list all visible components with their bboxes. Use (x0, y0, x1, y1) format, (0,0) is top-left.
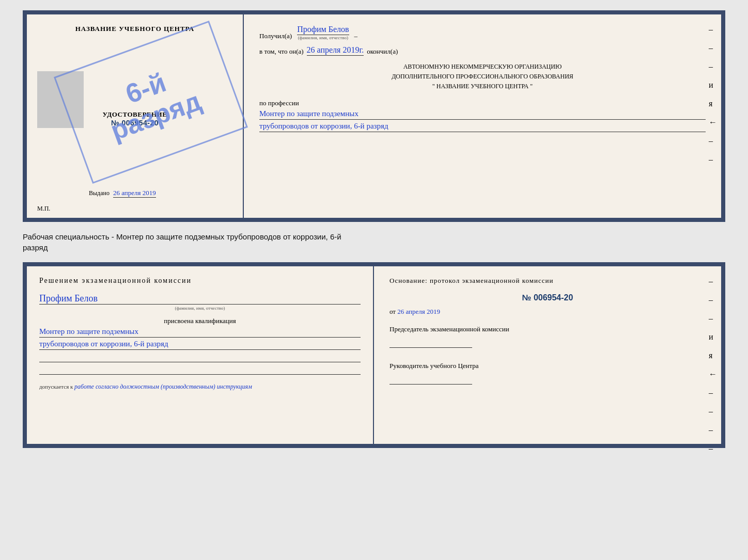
dopuskaetsya-block: допускается к работе согласно должностны… (39, 383, 361, 391)
org-block: АВТОНОМНУЮ НЕКОММЕРЧЕСКУЮ ОРГАНИЗАЦИЮ ДО… (259, 62, 706, 92)
cert-right-panel: Получил(а) Профим Белов (фамилия, имя, о… (244, 14, 721, 218)
dopuskaetsya-label: допускается к (39, 383, 73, 390)
cert-bottom-right-panel: Основание: протокол экзаменационной коми… (374, 266, 721, 444)
middle-text-line1: Рабочая специальность - Монтер по защите… (23, 231, 725, 242)
certificate-bottom: Решением экзаменационной комиссии Профим… (23, 262, 725, 448)
middle-text-line2: разряд (23, 242, 725, 253)
ya-mark: я (709, 99, 717, 108)
prisvoena-label: присвоена квалификация (39, 317, 361, 325)
cert-vydano-date: 26 апреля 2019 (113, 189, 156, 198)
arrow-b: ← (709, 370, 717, 379)
bottom-name-subtext: (фамилия, имя, отчество) (39, 306, 361, 311)
certificate-top: НАЗВАНИЕ УЧЕБНОГО ЦЕНТРА 6-й разряд УДОС… (23, 10, 725, 222)
org-line3: " НАЗВАНИЕ УЧЕБНОГО ЦЕНТРА " (264, 82, 700, 91)
sig-line-2 (39, 365, 361, 375)
right-side-marks-bottom: – – – и я ← – – – – (709, 277, 717, 453)
name-subtext: (фамилия, имя, отчество) (298, 35, 348, 40)
cert-bottom-left-panel: Решением экзаменационной комиссии Профим… (27, 266, 374, 444)
stamp-text: 6-й разряд (97, 58, 205, 146)
dopuskaetsya-text: работе согласно должностным (производств… (74, 383, 252, 390)
and-b: и (709, 332, 717, 342)
dash-b-2: – (709, 295, 717, 305)
cert-left-panel: НАЗВАНИЕ УЧЕБНОГО ЦЕНТРА 6-й разряд УДОС… (27, 14, 244, 218)
middle-text-block: Рабочая специальность - Монтер по защите… (23, 228, 725, 256)
dash-1: – (354, 32, 358, 40)
profession-line1: Монтер по защите подземных (259, 109, 706, 120)
dash-mark-2: – (709, 43, 717, 53)
dash-b-5: – (709, 407, 717, 416)
recipient-name: Профим Белов (297, 25, 349, 35)
rukovoditel-block: Руководитель учебного Центра (389, 361, 706, 387)
poluchil-row: Получил(а) Профим Белов (фамилия, имя, о… (259, 25, 706, 40)
qual-line1: Монтер по защите подземных (39, 327, 361, 338)
bottom-title: Решением экзаменационной комиссии (39, 277, 361, 285)
predsedatel-label: Председатель экзаменационной комиссии (389, 325, 509, 333)
vtom-date: 26 апреля 2019г. (307, 45, 364, 56)
rukovoditel-sig-line (389, 374, 472, 385)
date-handwritten: 26 апреля 2019 (397, 308, 440, 315)
diagonal-stamp: 6-й разряд (54, 21, 248, 184)
dash-mark-5: – (709, 155, 717, 164)
right-side-marks: – – – и я ← – – (709, 25, 717, 164)
cert-vydano: Выдано 26 апреля 2019 (89, 189, 158, 197)
rukovoditel-label: Руководитель учебного Центра (389, 362, 479, 370)
dash-b-4: – (709, 388, 717, 397)
okonchil-label: окончил(а) (367, 47, 398, 56)
and-mark: и (709, 81, 717, 90)
dash-b-7: – (709, 444, 717, 453)
osnov-label: Основание: протокол экзаменационной коми… (389, 277, 706, 285)
ya-b: я (709, 351, 717, 360)
sig-line-1 (39, 353, 361, 362)
date-prefix: от (389, 308, 396, 315)
predsedatel-block: Председатель экзаменационной комиссии (389, 324, 706, 350)
org-line2: ДОПОЛНИТЕЛЬНОГО ПРОФЕССИОНАЛЬНОГО ОБРАЗО… (264, 72, 700, 82)
poluchil-label: Получил(а) (259, 32, 292, 40)
osnov-number: № 006954-20 (389, 293, 706, 302)
vtom-label: в том, что он(а) (259, 47, 304, 56)
arrow-mark: ← (709, 118, 717, 127)
profession-line2: трубопроводов от коррозии, 6-й разряд (259, 122, 706, 132)
dash-b-1: – (709, 277, 717, 286)
bottom-name: Профим Белов (39, 293, 361, 305)
org-line1: АВТОНОМНУЮ НЕКОММЕРЧЕСКУЮ ОРГАНИЗАЦИЮ (264, 62, 700, 72)
osnov-date: от 26 апреля 2019 (389, 308, 706, 316)
qual-line2: трубопроводов от коррозии, 6-й разряд (39, 340, 361, 350)
dash-mark-1: – (709, 25, 717, 34)
vtom-row: в том, что он(а) 26 апреля 2019г. окончи… (259, 45, 706, 56)
dash-b-3: – (709, 314, 717, 323)
dash-mark-4: – (709, 136, 717, 146)
dash-mark-3: – (709, 62, 717, 71)
profession-label: по профессии (259, 99, 706, 107)
cert-mp: М.П. (37, 205, 50, 213)
dash-b-6: – (709, 425, 717, 435)
predsedatel-sig-line (389, 338, 472, 348)
